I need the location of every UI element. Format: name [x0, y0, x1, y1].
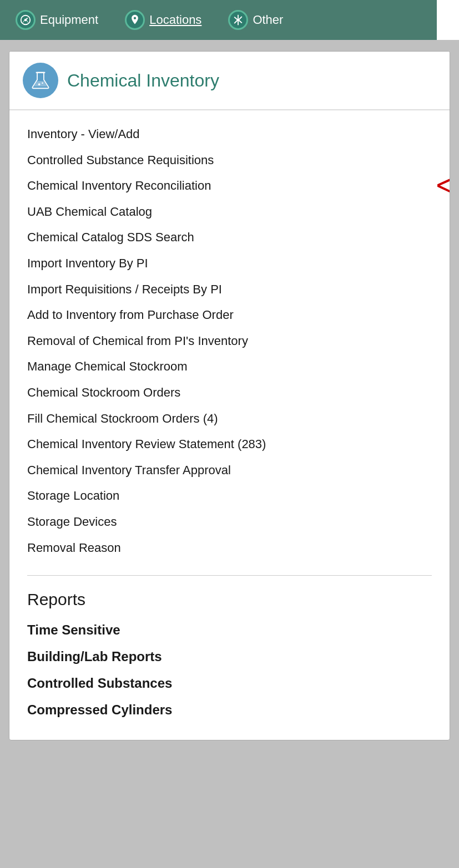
red-arrow-annotation [437, 168, 450, 204]
menu-item-chemical-inventory-reconciliation[interactable]: Chemical Inventory Reconciliation [27, 173, 211, 199]
menu-item-chemical-stockroom-orders[interactable]: Chemical Stockroom Orders [27, 380, 432, 406]
svg-point-2 [38, 83, 41, 85]
menu-item-controlled-substance-req[interactable]: Controlled Substance Requisitions [27, 148, 432, 174]
menu-item-inventory-view-add[interactable]: Inventory - View/Add [27, 121, 432, 148]
card-title: Chemical Inventory [67, 70, 219, 91]
nav-equipment[interactable]: Equipment [2, 0, 112, 40]
menu-item-add-inventory-purchase[interactable]: Add to Inventory from Purchase Order [27, 302, 432, 328]
nav-locations[interactable]: Locations [112, 0, 215, 40]
location-icon [125, 10, 145, 30]
main-content: Chemical Inventory Inventory - View/Add … [0, 40, 459, 752]
menu-item-uab-chemical-catalog[interactable]: UAB Chemical Catalog [27, 199, 432, 225]
section-divider [27, 575, 432, 576]
svg-point-3 [42, 83, 43, 84]
chemical-inventory-card: Chemical Inventory Inventory - View/Add … [9, 51, 450, 740]
arrow-container: Chemical Inventory Reconciliation [27, 173, 432, 199]
report-time-sensitive[interactable]: Time Sensitive [27, 617, 432, 643]
menu-item-storage-devices[interactable]: Storage Devices [27, 509, 432, 535]
menu-item-chemical-inventory-review[interactable]: Chemical Inventory Review Statement (283… [27, 432, 432, 458]
other-icon [228, 10, 248, 30]
top-navigation: Equipment Locations Other [0, 0, 459, 40]
nav-equipment-label: Equipment [40, 13, 98, 27]
report-building-lab[interactable]: Building/Lab Reports [27, 643, 432, 670]
menu-item-fill-chemical-stockroom[interactable]: Fill Chemical Stockroom Orders (4) [27, 406, 432, 432]
flask-icon [23, 63, 58, 98]
menu-list: Inventory - View/Add Controlled Substanc… [9, 110, 450, 566]
menu-item-storage-location[interactable]: Storage Location [27, 483, 432, 509]
reports-title: Reports [27, 590, 432, 609]
menu-item-manage-chemical-stockroom[interactable]: Manage Chemical Stockroom [27, 354, 432, 380]
menu-item-chemical-inventory-transfer[interactable]: Chemical Inventory Transfer Approval [27, 458, 432, 484]
report-controlled-substances[interactable]: Controlled Substances [27, 670, 432, 697]
menu-item-removal-chemical-pi[interactable]: Removal of Chemical from PI's Inventory [27, 328, 432, 354]
menu-item-removal-reason[interactable]: Removal Reason [27, 535, 432, 561]
menu-item-import-requisitions-pi[interactable]: Import Requisitions / Receipts By PI [27, 277, 432, 303]
reports-section: Reports Time Sensitive Building/Lab Repo… [9, 585, 450, 740]
nav-other-label: Other [253, 13, 283, 27]
report-compressed-cylinders[interactable]: Compressed Cylinders [27, 697, 432, 723]
nav-locations-label: Locations [149, 13, 201, 27]
svg-marker-4 [437, 168, 450, 204]
menu-item-import-inventory-pi[interactable]: Import Inventory By PI [27, 251, 432, 277]
card-header: Chemical Inventory [9, 52, 450, 110]
nav-other[interactable]: Other [215, 0, 296, 40]
equipment-icon [16, 10, 36, 30]
menu-item-chemical-catalog-sds[interactable]: Chemical Catalog SDS Search [27, 225, 432, 251]
